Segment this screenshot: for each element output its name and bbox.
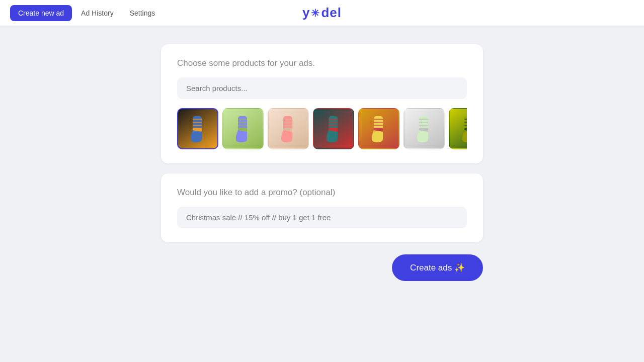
product-item[interactable] (222, 108, 264, 149)
svg-rect-32 (464, 119, 467, 120)
header-nav: Create new ad Ad History Settings (10, 5, 162, 21)
promo-card-title: Would you like to add a promo? (optional… (177, 188, 467, 198)
product-item[interactable] (404, 108, 445, 149)
svg-rect-34 (464, 125, 467, 126)
svg-rect-33 (464, 122, 467, 123)
product-item[interactable] (449, 108, 467, 149)
product-item[interactable] (358, 108, 399, 149)
svg-rect-4 (193, 125, 202, 126)
logo-star-icon: ✳ (311, 7, 320, 19)
product-item[interactable] (177, 108, 218, 149)
svg-rect-3 (193, 122, 202, 123)
svg-rect-19 (329, 125, 338, 126)
promo-card: Would you like to add a promo? (optional… (161, 173, 483, 242)
svg-rect-24 (374, 125, 383, 126)
ad-history-button[interactable]: Ad History (74, 5, 121, 21)
svg-rect-28 (419, 122, 428, 123)
svg-rect-9 (238, 125, 247, 126)
svg-rect-7 (238, 119, 247, 120)
search-input[interactable] (177, 77, 467, 99)
svg-rect-23 (374, 122, 383, 123)
svg-rect-8 (238, 122, 247, 123)
svg-rect-18 (329, 122, 338, 123)
svg-rect-2 (193, 119, 202, 120)
svg-rect-17 (329, 119, 338, 120)
svg-rect-22 (374, 119, 383, 120)
promo-input[interactable] (177, 207, 467, 228)
settings-button[interactable]: Settings (123, 5, 163, 21)
products-card: Choose some products for your ads. (161, 44, 483, 163)
create-ads-button[interactable]: Create ads ✨ (392, 254, 483, 281)
svg-rect-29 (419, 125, 428, 126)
svg-rect-27 (419, 119, 428, 120)
create-ads-button-wrap: Create ads ✨ (161, 254, 483, 281)
products-card-title: Choose some products for your ads. (177, 58, 467, 68)
logo: y✳del (302, 5, 342, 21)
header: Create new ad Ad History Settings y✳del (0, 0, 644, 26)
svg-rect-12 (283, 119, 292, 120)
product-item[interactable] (313, 108, 354, 149)
logo-suffix: del (321, 5, 342, 21)
svg-rect-14 (283, 125, 292, 126)
logo-prefix: y (302, 5, 310, 21)
create-new-ad-button[interactable]: Create new ad (10, 5, 72, 21)
product-grid (177, 108, 467, 149)
main-content: Choose some products for your ads. (0, 26, 644, 299)
svg-rect-13 (283, 122, 292, 123)
product-item[interactable] (268, 108, 309, 149)
